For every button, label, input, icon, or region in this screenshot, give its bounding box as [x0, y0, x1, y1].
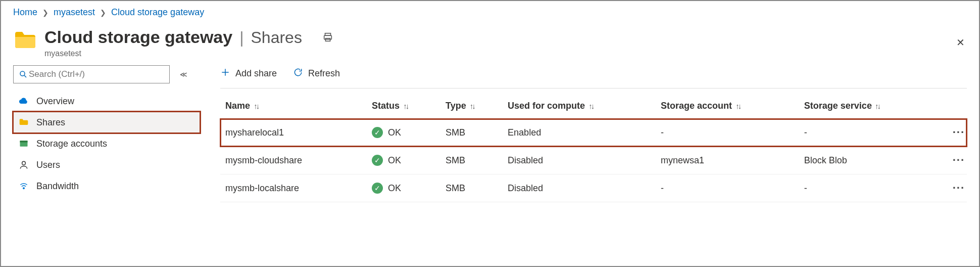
sidebar-item-storage-accounts[interactable]: Storage accounts: [13, 133, 200, 154]
bandwidth-icon: [18, 181, 29, 192]
breadcrumb: Home ❯ myasetest ❯ Cloud storage gateway: [13, 6, 967, 23]
svg-point-3: [20, 71, 25, 76]
search-input[interactable]: [13, 65, 170, 83]
svg-point-8: [23, 188, 25, 189]
table-row[interactable]: mysmb-cloudshare ✓OK SMB Disabled mynews…: [220, 147, 967, 174]
cell-name[interactable]: mysharelocal1: [220, 119, 367, 147]
svg-line-4: [24, 75, 26, 77]
close-icon[interactable]: ✕: [956, 36, 965, 49]
col-status[interactable]: Status ↑↓: [367, 94, 440, 119]
sidebar-item-users[interactable]: Users: [13, 154, 200, 175]
sort-icon: ↑↓: [588, 102, 593, 110]
check-icon: ✓: [372, 183, 383, 194]
sidebar-item-label: Shares: [36, 117, 65, 128]
cell-service: Block Blob: [799, 147, 936, 174]
cell-type: SMB: [440, 119, 503, 147]
folder-icon: [18, 117, 29, 128]
sort-icon: ↑↓: [253, 102, 258, 110]
col-name[interactable]: Name ↑↓: [220, 94, 367, 119]
cell-status: OK: [388, 155, 401, 166]
cell-service: -: [799, 174, 936, 202]
cell-status: OK: [388, 183, 401, 194]
search-icon: [19, 70, 28, 79]
svg-point-7: [22, 161, 26, 165]
chevron-right-icon: ❯: [42, 9, 48, 17]
col-compute[interactable]: Used for compute ↑↓: [503, 94, 656, 119]
row-actions-icon[interactable]: ···: [936, 147, 967, 174]
row-actions-icon[interactable]: ···: [936, 119, 967, 147]
add-share-button[interactable]: Add share: [220, 67, 277, 80]
page-section: Shares: [251, 28, 302, 47]
cell-name[interactable]: mysmb-localshare: [220, 174, 367, 202]
col-service[interactable]: Storage service↑↓: [799, 94, 936, 119]
print-icon[interactable]: [322, 32, 333, 46]
cell-account: -: [656, 119, 799, 147]
svg-rect-2: [325, 38, 330, 41]
cell-type: SMB: [440, 147, 503, 174]
cloud-icon: [18, 96, 29, 107]
sort-icon: ↑↓: [403, 102, 408, 110]
cell-account: -: [656, 174, 799, 202]
sidebar-item-label: Storage accounts: [36, 139, 107, 149]
sort-icon: ↑↓: [735, 102, 740, 110]
table-row[interactable]: mysharelocal1 ✓OK SMB Enabled - - ···: [220, 119, 967, 147]
page-title: Cloud storage gateway: [44, 27, 232, 47]
col-account[interactable]: Storage account ↑↓: [656, 94, 799, 119]
sidebar-item-label: Bandwidth: [36, 181, 79, 192]
cell-name[interactable]: mysmb-cloudshare: [220, 147, 367, 174]
cell-status: OK: [388, 127, 401, 138]
collapse-sidebar-icon[interactable]: ≪: [180, 70, 187, 78]
refresh-button[interactable]: Refresh: [293, 67, 340, 80]
shares-table: Name ↑↓ Status ↑↓ Type ↑↓ Used for compu…: [220, 94, 967, 202]
table-row[interactable]: mysmb-localshare ✓OK SMB Disabled - - ··…: [220, 174, 967, 202]
svg-rect-6: [20, 141, 28, 142]
page-subtitle: myasetest: [44, 49, 333, 58]
sidebar-item-overview[interactable]: Overview: [13, 91, 200, 112]
storage-icon: [18, 138, 29, 149]
check-icon: ✓: [372, 155, 383, 166]
col-type[interactable]: Type ↑↓: [440, 94, 503, 119]
sidebar-item-shares[interactable]: Shares: [13, 112, 200, 133]
sort-icon: ↑↓: [469, 102, 474, 110]
cell-compute: Disabled: [503, 147, 656, 174]
folder-icon: [13, 28, 37, 52]
cell-service: -: [799, 119, 936, 147]
plus-icon: [220, 67, 230, 80]
sidebar-item-label: Users: [36, 160, 60, 170]
sidebar-item-label: Overview: [36, 96, 74, 107]
breadcrumb-resource[interactable]: myasetest: [54, 7, 95, 18]
breadcrumb-home[interactable]: Home: [13, 7, 37, 18]
cell-account: mynewsa1: [656, 147, 799, 174]
cell-type: SMB: [440, 174, 503, 202]
cell-compute: Disabled: [503, 174, 656, 202]
row-actions-icon[interactable]: ···: [936, 174, 967, 202]
refresh-icon: [293, 67, 303, 80]
sort-icon: ↑↓: [875, 102, 879, 110]
check-icon: ✓: [372, 127, 383, 138]
user-icon: [18, 159, 29, 170]
breadcrumb-service[interactable]: Cloud storage gateway: [111, 7, 204, 18]
chevron-right-icon: ❯: [100, 9, 106, 17]
sidebar-item-bandwidth[interactable]: Bandwidth: [13, 175, 200, 197]
cell-compute: Enabled: [503, 119, 656, 147]
